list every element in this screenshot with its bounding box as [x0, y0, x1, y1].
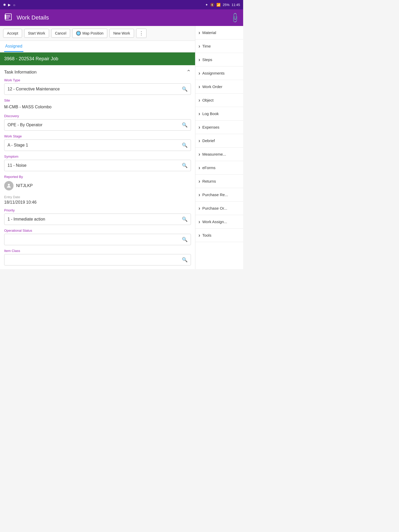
chevron-right-icon: ›: [198, 165, 200, 171]
work-type-search-icon[interactable]: 🔍: [182, 86, 188, 92]
work-type-label: Work Type: [4, 78, 191, 82]
sidebar-label-returns: Returns: [202, 179, 216, 183]
item-class-label: Item Class: [4, 249, 191, 253]
work-type-input[interactable]: 12 - Corrective Maintenance 🔍: [4, 83, 191, 95]
section-header: Task Information ⌃: [4, 65, 191, 78]
reported-by-field: Reported By NITJLKP: [4, 175, 191, 191]
sidebar-label-steps: Steps: [202, 57, 212, 62]
sidebar-item-object[interactable]: › Object: [195, 94, 243, 107]
symptom-value: 11 - Noise: [8, 163, 182, 168]
discovery-value: OPE - By Operator: [8, 123, 182, 127]
symptom-input[interactable]: 11 - Noise 🔍: [4, 160, 191, 171]
entry-date-value: 18/11/2019 10:46: [4, 200, 191, 205]
work-stage-input[interactable]: A - Stage 1 🔍: [4, 139, 191, 151]
left-content: Accept Start Work Cancel 🌐 Map Position …: [0, 26, 195, 269]
priority-input[interactable]: 1 - Immediate action 🔍: [4, 214, 191, 225]
priority-field: Priority 1 - Immediate action 🔍: [4, 208, 191, 225]
chevron-right-icon: ›: [198, 138, 200, 144]
chevron-right-icon: ›: [198, 57, 200, 63]
work-type-value: 12 - Corrective Maintenance: [8, 87, 182, 91]
sidebar-label-work-assign: Work Assign...: [202, 220, 227, 224]
discovery-field: Discovery OPE - By Operator 🔍: [4, 114, 191, 131]
collapse-icon[interactable]: ⌃: [186, 69, 191, 76]
operational-status-search-icon[interactable]: 🔍: [182, 237, 188, 242]
status-bar: ✱ ▶ ☼ ✦ 🔇 📶 25% 11:45: [0, 0, 243, 9]
sidebar-item-expenses[interactable]: › Expenses: [195, 121, 243, 134]
work-details-icon: [4, 13, 12, 23]
item-class-field: Item Class 🔍: [4, 249, 191, 265]
work-stage-field: Work Stage A - Stage 1 🔍: [4, 134, 191, 151]
sidebar-label-eforms: eForms: [202, 165, 216, 170]
weather-icon: ☼: [13, 3, 16, 7]
discovery-label: Discovery: [4, 114, 191, 118]
new-work-button[interactable]: New Work: [109, 29, 134, 38]
action-bar: Accept Start Work Cancel 🌐 Map Position …: [0, 26, 195, 41]
sidebar-item-time[interactable]: › Time: [195, 39, 243, 53]
sidebar-item-steps[interactable]: › Steps: [195, 53, 243, 66]
sidebar-label-measurements: Measureme...: [202, 152, 226, 156]
work-stage-search-icon[interactable]: 🔍: [182, 142, 188, 148]
sidebar-label-tools: Tools: [202, 233, 211, 237]
item-class-search-icon[interactable]: 🔍: [182, 257, 188, 263]
discovery-search-icon[interactable]: 🔍: [182, 122, 188, 128]
svg-rect-4: [5, 15, 6, 19]
sidebar-item-work-assign[interactable]: › Work Assign...: [195, 215, 243, 229]
sidebar-item-assignments[interactable]: › Assignments: [195, 66, 243, 80]
chevron-right-icon: ›: [198, 219, 200, 225]
main-layout: Accept Start Work Cancel 🌐 Map Position …: [0, 26, 243, 269]
chevron-right-icon: ›: [198, 151, 200, 157]
battery-level: 25%: [223, 3, 229, 7]
sidebar-item-tools[interactable]: › Tools: [195, 229, 243, 242]
operational-status-input[interactable]: 🔍: [4, 234, 191, 245]
item-class-input[interactable]: 🔍: [4, 254, 191, 265]
avatar: [4, 181, 14, 190]
sidebar-item-eforms[interactable]: › eForms: [195, 161, 243, 175]
chevron-right-icon: ›: [198, 84, 200, 90]
sidebar-item-returns[interactable]: › Returns: [195, 175, 243, 188]
sidebar-item-measurements[interactable]: › Measureme...: [195, 148, 243, 161]
volume-icon: 🔇: [210, 3, 214, 7]
chevron-right-icon: ›: [198, 232, 200, 238]
chevron-right-icon: ›: [198, 205, 200, 211]
right-sidebar: › Material › Time › Steps › Assignments …: [195, 26, 243, 269]
reported-by-label: Reported By: [4, 175, 191, 179]
priority-search-icon[interactable]: 🔍: [182, 216, 188, 222]
sidebar-label-purchase-or: Purchase Or...: [202, 206, 227, 210]
cancel-button[interactable]: Cancel: [51, 29, 70, 38]
accept-button[interactable]: Accept: [3, 29, 22, 38]
priority-label: Priority: [4, 208, 191, 212]
sidebar-item-purchase-re[interactable]: › Purchase Re...: [195, 188, 243, 202]
more-options-button[interactable]: ⋮: [136, 29, 147, 38]
work-stage-label: Work Stage: [4, 134, 191, 138]
sidebar-item-log-book[interactable]: › Log Book: [195, 107, 243, 121]
symptom-label: Symptom: [4, 155, 191, 158]
chevron-right-icon: ›: [198, 43, 200, 49]
sidebar-item-material[interactable]: › Material: [195, 26, 243, 39]
section-title: Task Information: [4, 70, 37, 75]
sidebar-label-debrief: Debrief: [202, 138, 215, 143]
work-type-field: Work Type 12 - Corrective Maintenance 🔍: [4, 78, 191, 95]
sidebar-item-debrief[interactable]: › Debrief: [195, 134, 243, 148]
globe-icon: 🌐: [76, 31, 81, 36]
start-work-button[interactable]: Start Work: [24, 29, 49, 38]
attach-icon[interactable]: 📎: [229, 12, 241, 24]
symptom-field: Symptom 11 - Noise 🔍: [4, 155, 191, 171]
play-icon: ▶: [8, 3, 11, 7]
symptom-search-icon[interactable]: 🔍: [182, 163, 188, 168]
site-value: M-CMB - MASS Colombo: [4, 104, 191, 110]
site-field: Site M-CMB - MASS Colombo: [4, 98, 191, 110]
chevron-right-icon: ›: [198, 111, 200, 117]
reported-by-row: NITJLKP: [4, 180, 191, 191]
site-label: Site: [4, 98, 191, 102]
top-bar: Work Details 📎: [0, 9, 243, 26]
status-bar-left-icons: ✱ ▶ ☼: [3, 3, 203, 7]
discovery-input[interactable]: OPE - By Operator 🔍: [4, 119, 191, 131]
tab-bar: Assigned: [0, 41, 195, 52]
sidebar-label-expenses: Expenses: [202, 125, 220, 129]
sidebar-label-purchase-re: Purchase Re...: [202, 192, 228, 197]
sidebar-item-purchase-or[interactable]: › Purchase Or...: [195, 202, 243, 215]
tab-assigned[interactable]: Assigned: [4, 41, 23, 52]
bluetooth-status-icon: ✦: [205, 3, 208, 7]
map-position-button[interactable]: 🌐 Map Position: [72, 29, 107, 38]
sidebar-item-work-order[interactable]: › Work Order: [195, 80, 243, 94]
